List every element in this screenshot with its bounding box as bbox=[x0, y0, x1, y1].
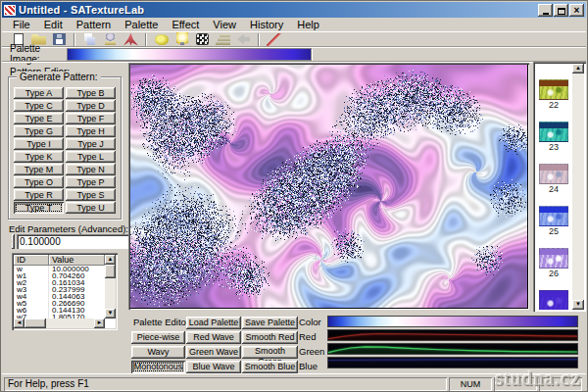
lightbulb-icon bbox=[176, 32, 188, 46]
type-n-button[interactable]: Type N bbox=[66, 164, 116, 175]
indicator-empty bbox=[494, 377, 537, 391]
type-t-button[interactable]: Type T bbox=[14, 202, 64, 214]
channel-label-green: Green bbox=[299, 345, 326, 360]
palette-editor-panel: Palette Editor: Load PaletteSave Palette… bbox=[2, 312, 588, 374]
palette-editor-label: Palette Editor: bbox=[131, 316, 185, 330]
copy-icon bbox=[83, 33, 96, 46]
indicator-num: NUM bbox=[449, 377, 492, 391]
thumbnail-image bbox=[539, 248, 568, 269]
parameter-table-vscrollbar[interactable]: ▲ ▼ bbox=[105, 255, 116, 318]
menu-bar: FileEditPatternPaletteEffectViewHistoryH… bbox=[2, 18, 586, 31]
channel-label-red: Red bbox=[299, 330, 326, 345]
fill-color-icon bbox=[155, 34, 169, 45]
texture-canvas[interactable] bbox=[130, 65, 527, 308]
type-d-button[interactable]: Type D bbox=[66, 100, 116, 112]
scroll-down-icon[interactable]: ▼ bbox=[572, 300, 584, 310]
type-s-button[interactable]: Type S bbox=[66, 189, 116, 201]
minimize-button[interactable] bbox=[538, 4, 553, 17]
menu-item-help[interactable]: Help bbox=[290, 18, 326, 31]
channel-label-color: Color bbox=[299, 316, 326, 330]
type-e-button[interactable]: Type E bbox=[14, 113, 64, 124]
type-l-button[interactable]: Type L bbox=[66, 151, 116, 163]
title-bar[interactable]: Untitled - SATextureLab × bbox=[2, 2, 586, 18]
stamp-button[interactable] bbox=[102, 32, 119, 47]
type-k-button[interactable]: Type K bbox=[14, 151, 64, 163]
toolbar-separator bbox=[258, 33, 260, 46]
maximize-button[interactable] bbox=[554, 4, 568, 17]
type-h-button[interactable]: Type H bbox=[66, 125, 116, 137]
thumbnail-number: 25 bbox=[539, 226, 568, 237]
generate-pattern-label: Generate Pattern: bbox=[17, 72, 101, 82]
red-wave-button[interactable]: Red Wave bbox=[186, 331, 241, 344]
thumbnail-number: 23 bbox=[539, 142, 568, 153]
menu-item-edit[interactable]: Edit bbox=[37, 18, 70, 31]
wavy-button[interactable]: Wavy bbox=[131, 346, 185, 359]
maximize-icon bbox=[558, 8, 565, 15]
mountain-peak-icon bbox=[123, 33, 138, 46]
list-item[interactable]: 22 bbox=[539, 79, 568, 111]
fill-color-button[interactable] bbox=[153, 32, 170, 47]
stamp-icon bbox=[103, 33, 118, 45]
smooth-blue-button[interactable]: Smooth Blue bbox=[242, 361, 298, 373]
type-g-button[interactable]: Type G bbox=[14, 125, 64, 137]
type-p-button[interactable]: Type P bbox=[66, 176, 116, 188]
type-f-button[interactable]: Type F bbox=[66, 113, 116, 124]
save-palette-button[interactable]: Save Palette bbox=[242, 317, 298, 329]
thumbnail-scrollbar[interactable]: ▲ ▼ bbox=[572, 64, 584, 310]
mountain-peak-button[interactable] bbox=[122, 32, 139, 47]
blue-curve-strip[interactable] bbox=[327, 357, 578, 368]
menu-item-effect[interactable]: Effect bbox=[165, 18, 206, 31]
smooth-red-button[interactable]: Smooth Red bbox=[242, 331, 298, 344]
scroll-up-icon[interactable]: ▲ bbox=[105, 255, 116, 265]
thumbnail-number: 24 bbox=[539, 184, 568, 195]
close-icon: × bbox=[574, 5, 580, 17]
lightbulb-button[interactable] bbox=[173, 32, 190, 47]
list-item[interactable] bbox=[539, 290, 568, 310]
green-wave-button[interactable]: Green Wave bbox=[186, 346, 241, 359]
blue-wave-button[interactable]: Blue Wave bbox=[186, 361, 241, 373]
menu-item-palette[interactable]: Palette bbox=[118, 18, 165, 31]
type-r-button[interactable]: Type R bbox=[14, 189, 64, 201]
app-icon bbox=[4, 5, 16, 16]
type-i-button[interactable]: Type I bbox=[14, 138, 64, 150]
apply-arrow-button[interactable] bbox=[235, 32, 252, 47]
pen-button[interactable] bbox=[266, 32, 282, 47]
layers-button[interactable] bbox=[215, 32, 231, 47]
type-a-button[interactable]: Type A bbox=[14, 87, 64, 99]
thumbnail-image bbox=[539, 164, 568, 184]
type-o-button[interactable]: Type O bbox=[14, 176, 64, 188]
type-button-grid: Type AType BType CType DType EType FType… bbox=[14, 87, 116, 215]
menu-item-pattern[interactable]: Pattern bbox=[70, 18, 118, 31]
scroll-up-icon[interactable]: ▲ bbox=[572, 64, 584, 74]
list-item[interactable]: 25 bbox=[539, 206, 568, 237]
pattern-grid-button[interactable] bbox=[194, 32, 211, 47]
thumbnail-image bbox=[539, 290, 568, 310]
client-area: Pattern Edior: Generate Pattern: Type AT… bbox=[2, 61, 586, 373]
menu-item-file[interactable]: File bbox=[6, 18, 37, 31]
smooth-green-button[interactable]: Smooth Green bbox=[242, 346, 298, 359]
type-u-button[interactable]: Type U bbox=[66, 202, 116, 214]
list-item[interactable]: 23 bbox=[539, 122, 568, 153]
type-c-button[interactable]: Type C bbox=[14, 100, 64, 112]
list-item[interactable]: 24 bbox=[539, 164, 568, 195]
menu-item-view[interactable]: View bbox=[206, 18, 243, 31]
palette-editor-grid: Palette Editor: Load PaletteSave Palette… bbox=[131, 316, 298, 374]
load-palette-button[interactable]: Load Palette bbox=[186, 317, 241, 329]
scrollbar-thumb[interactable] bbox=[105, 265, 116, 278]
status-message: For Help, press F1 bbox=[4, 377, 447, 391]
piece-wise-button[interactable]: Piece-wise bbox=[131, 331, 185, 344]
green-curve-strip[interactable] bbox=[327, 343, 578, 355]
texture-view-frame bbox=[128, 63, 529, 310]
color-curve-strip[interactable] bbox=[327, 316, 578, 327]
red-curve-strip[interactable] bbox=[327, 329, 578, 341]
type-b-button[interactable]: Type B bbox=[66, 87, 116, 99]
list-item[interactable]: 26 bbox=[539, 248, 568, 279]
copy-button[interactable] bbox=[81, 32, 98, 47]
type-j-button[interactable]: Type J bbox=[66, 138, 116, 150]
monotonous-button[interactable]: Monotonous bbox=[131, 361, 185, 373]
parameter-decrement-button[interactable]: - bbox=[12, 234, 15, 249]
type-m-button[interactable]: Type M bbox=[14, 164, 64, 175]
channel-labels: ColorRedGreenBlue bbox=[299, 316, 326, 374]
close-button[interactable]: × bbox=[569, 4, 584, 17]
menu-item-history[interactable]: History bbox=[243, 18, 290, 31]
